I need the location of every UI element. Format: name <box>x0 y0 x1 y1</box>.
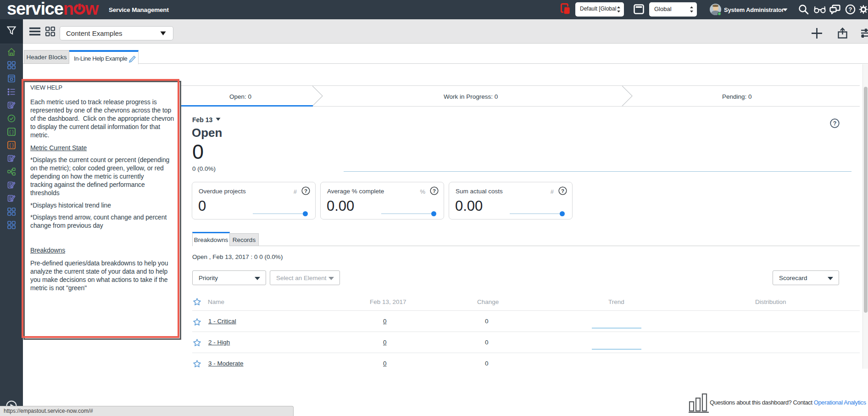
svg-text:?: ? <box>561 188 564 194</box>
svg-text:?: ? <box>833 120 837 127</box>
svg-text:?: ? <box>304 188 307 194</box>
svg-text:{ }: { } <box>9 143 14 148</box>
svg-text:?: ? <box>433 188 436 194</box>
svg-text:?: ? <box>849 6 852 13</box>
svg-text:{ }: { } <box>9 129 14 135</box>
